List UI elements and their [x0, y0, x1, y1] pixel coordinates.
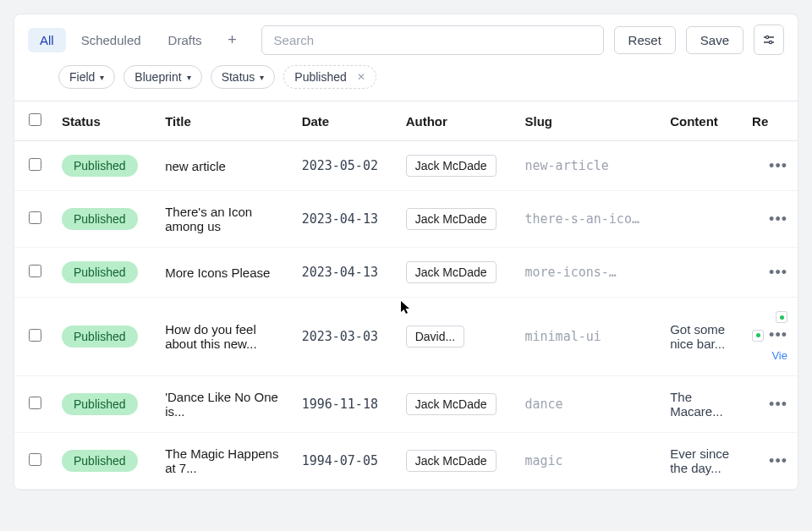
filter-field[interactable]: Field ▾ [58, 65, 115, 89]
status-badge: Published [62, 393, 138, 415]
table-header-row: Status Title Date Author Slug Content Re [14, 101, 798, 141]
entry-title[interactable]: new article [165, 159, 226, 173]
col-title[interactable]: Title [155, 101, 291, 141]
svg-point-3 [769, 41, 771, 43]
search-input[interactable] [261, 25, 604, 55]
chevron-down-icon: ▾ [100, 73, 104, 82]
author-chip[interactable]: Jack McDade [406, 208, 497, 230]
revision-chip[interactable] [752, 330, 764, 342]
entry-title[interactable]: 'Dance Like No One is... [165, 390, 278, 419]
entry-slug: minimal-ui [525, 329, 601, 344]
entry-content-preview: Ever since the day... [670, 446, 729, 475]
revision-chip[interactable] [776, 311, 787, 323]
status-badge: Published [62, 326, 138, 348]
reset-button[interactable]: Reset [614, 26, 676, 54]
tab-all[interactable]: All [28, 28, 66, 52]
entry-date: 2023-03-03 [302, 329, 378, 344]
table-row: Published 'Dance Like No One is... 1996-… [14, 376, 798, 433]
row-actions-menu[interactable]: ••• [769, 452, 787, 470]
entry-title[interactable]: There's an Icon among us [165, 205, 252, 233]
active-filter-label: Published [294, 70, 347, 84]
entry-date: 1994-07-05 [302, 453, 378, 468]
entry-content-preview: The Macare... [670, 390, 723, 419]
filter-status-label: Status [222, 70, 255, 84]
filter-blueprint[interactable]: Blueprint ▾ [123, 65, 201, 89]
chevron-down-icon: ▾ [260, 73, 264, 82]
tab-scheduled[interactable]: Scheduled [69, 28, 153, 52]
row-checkbox[interactable] [29, 397, 41, 409]
col-content[interactable]: Content [660, 101, 742, 141]
select-all-checkbox[interactable] [29, 113, 41, 126]
col-slug[interactable]: Slug [515, 101, 661, 141]
table-row: Published How do you feel about this new… [14, 298, 798, 376]
table-row: Published There's an Icon among us 2023-… [14, 191, 798, 248]
row-actions-menu[interactable]: ••• [769, 211, 787, 228]
row-actions-menu[interactable]: ••• [769, 264, 787, 282]
col-date[interactable]: Date [292, 101, 396, 141]
table-row: Published new article 2023-05-02 Jack Mc… [14, 141, 798, 191]
toolbar: All Scheduled Drafts + Reset Save [14, 14, 798, 65]
entry-date: 2023-04-13 [302, 211, 378, 227]
save-button[interactable]: Save [686, 26, 743, 54]
entry-title[interactable]: More Icons Please [165, 266, 270, 280]
chevron-down-icon: ▾ [187, 73, 191, 82]
table-wrapper: Status Title Date Author Slug Content Re… [14, 101, 798, 490]
plus-icon[interactable]: + [221, 28, 244, 52]
author-chip[interactable]: Jack McDade [406, 261, 497, 283]
view-link[interactable]: Vie [771, 349, 787, 362]
entry-title[interactable]: The Magic Happens at 7... [165, 446, 278, 475]
entry-slug: there-s-an-ico… [525, 211, 639, 227]
entry-content-preview: Got some nice bar... [670, 322, 725, 351]
search-wrapper [261, 25, 604, 55]
entry-type-tabs: All Scheduled Drafts + [28, 28, 244, 52]
table-row: Published More Icons Please 2023-04-13 J… [14, 248, 798, 298]
columns-settings-button[interactable] [754, 25, 784, 55]
sliders-icon [762, 33, 776, 47]
status-badge: Published [62, 450, 138, 472]
row-actions-menu[interactable]: ••• [769, 157, 787, 175]
entry-title[interactable]: How do you feel about this new... [165, 322, 256, 351]
filter-status[interactable]: Status ▾ [211, 65, 276, 89]
entry-slug: magic [525, 453, 563, 468]
entry-slug: more-icons-… [525, 265, 617, 280]
col-rev[interactable]: Re [742, 101, 798, 141]
svg-point-1 [765, 36, 768, 38]
row-checkbox[interactable] [29, 211, 41, 224]
entry-slug: dance [525, 397, 563, 412]
filter-bar: Field ▾ Blueprint ▾ Status ▾ Published ✕ [14, 65, 798, 101]
author-chip[interactable]: Jack McDade [406, 450, 497, 472]
row-checkbox[interactable] [29, 265, 41, 277]
entries-table: Status Title Date Author Slug Content Re… [14, 101, 798, 490]
entry-date: 1996-11-18 [302, 397, 378, 412]
col-author[interactable]: Author [396, 101, 515, 141]
close-icon[interactable]: ✕ [357, 71, 365, 83]
active-filter-published[interactable]: Published ✕ [283, 65, 376, 89]
entry-date: 2023-05-02 [302, 158, 378, 173]
filter-field-label: Field [69, 70, 95, 84]
status-badge: Published [62, 155, 138, 177]
row-actions-menu[interactable]: ••• [769, 396, 787, 413]
row-checkbox[interactable] [29, 158, 41, 171]
tab-drafts[interactable]: Drafts [156, 28, 214, 52]
row-checkbox[interactable] [29, 453, 41, 466]
status-badge: Published [62, 208, 138, 230]
table-row: Published The Magic Happens at 7... 1994… [14, 433, 798, 490]
author-chip[interactable]: David... [406, 326, 464, 348]
col-status[interactable]: Status [52, 101, 155, 141]
author-chip[interactable]: Jack McDade [406, 393, 497, 415]
row-checkbox[interactable] [29, 329, 41, 342]
author-chip[interactable]: Jack McDade [406, 155, 497, 177]
filter-blueprint-label: Blueprint [134, 70, 181, 84]
row-actions-menu[interactable]: ••• [769, 326, 787, 344]
entry-date: 2023-04-13 [302, 265, 378, 280]
entry-slug: new-article [525, 158, 609, 173]
entries-panel: All Scheduled Drafts + Reset Save Field … [14, 14, 798, 490]
status-badge: Published [62, 261, 138, 283]
